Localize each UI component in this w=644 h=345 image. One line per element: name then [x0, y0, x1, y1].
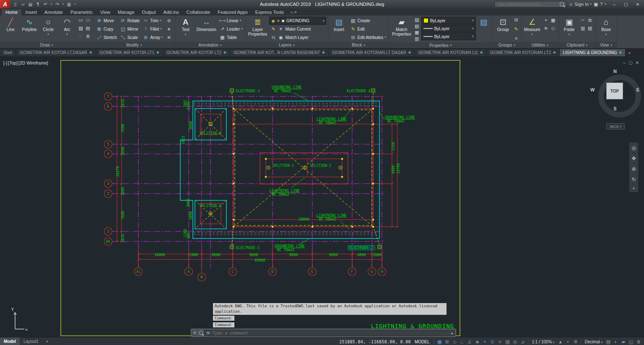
help-caret-icon[interactable]: ▾: [605, 3, 606, 6]
qat-menu-caret-icon[interactable]: ▾: [73, 0, 77, 8]
command-input[interactable]: [212, 331, 449, 335]
file-tab[interactable]: ISOMETRIK AIR KOTOR LT.DASAR✱: [16, 49, 96, 56]
drawing-entity[interactable]: [373, 227, 379, 244]
annotation-scale-control[interactable]: 1:1 / 100% ▾: [530, 340, 556, 344]
rotate-button[interactable]: ⟳ Rotate: [119, 16, 140, 25]
viewcube[interactable]: N W E S TOP: [592, 69, 638, 123]
redo-icon[interactable]: ↷: [54, 0, 61, 8]
annotation-label[interactable]: 8000: [249, 253, 258, 257]
ungroup-icon[interactable]: ⊟: [513, 17, 519, 23]
text-button[interactable]: A Text ▾: [177, 16, 195, 42]
annotation-label[interactable]: ELECTRODE-2: [349, 246, 373, 250]
infer-constraints-icon[interactable]: ◇: [451, 338, 458, 345]
drawing-entity[interactable]: [233, 108, 234, 109]
insert-button[interactable]: ▤ Insert: [330, 16, 348, 42]
annotation-label[interactable]: BC 70mm2: [387, 119, 405, 123]
annotation-label[interactable]: 8000: [212, 253, 220, 257]
panel-title-properties[interactable]: Properties▾: [389, 42, 492, 48]
viewcube-east[interactable]: E: [636, 87, 639, 92]
annotation-label[interactable]: 1100: [187, 101, 191, 110]
layer-on-icon[interactable]: ◉: [271, 19, 275, 23]
drawing-entity[interactable]: [272, 108, 273, 109]
panel-title-block[interactable]: Block▾: [328, 42, 388, 48]
autoscale-icon[interactable]: +: [564, 338, 572, 345]
command-expand-icon[interactable]: ▴: [451, 331, 453, 335]
annotation-label[interactable]: BC 70mm2: [274, 89, 291, 93]
point-style-icon[interactable]: ◇: [550, 25, 556, 31]
drawing-entity[interactable]: [233, 153, 234, 155]
maximize-button[interactable]: ▢: [620, 0, 632, 8]
command-close-icon[interactable]: ✕: [192, 331, 197, 335]
model-tab[interactable]: Model: [0, 337, 20, 345]
drawing-canvas[interactable]: 76543210AA1ABCDEFGHGROUNDING LINEBC 70mm…: [0, 56, 644, 337]
match-properties-button[interactable]: ▰ Match Properties: [391, 16, 413, 42]
drawing-entity[interactable]: [372, 219, 374, 220]
table-button[interactable]: ▦ Table: [218, 33, 244, 42]
annotation-label[interactable]: 49000: [254, 258, 265, 262]
circle-button[interactable]: ○ Circle ▾: [39, 16, 57, 42]
ribbon-tab-view[interactable]: View: [96, 9, 114, 16]
open-icon[interactable]: ▱: [19, 0, 26, 8]
copy-button[interactable]: ⧉ Copy: [95, 25, 118, 33]
annotation-label[interactable]: 2500: [186, 199, 190, 207]
annotation-label[interactable]: SPLITZEN-1: [273, 163, 294, 168]
grid-bubble-label[interactable]: A: [187, 270, 190, 274]
selection-cycling-icon[interactable]: ◎: [511, 338, 519, 345]
color-dropdown[interactable]: ByLayer ▾: [421, 17, 476, 24]
grid-bubble-label[interactable]: C: [231, 270, 234, 274]
drawing-entity[interactable]: [372, 123, 374, 125]
file-tab[interactable]: ISOMETRIK AIR KOTORAN LT DASAR✱: [329, 49, 415, 56]
copy-clip-icon[interactable]: ⧉: [587, 17, 593, 23]
drawing-entity[interactable]: [351, 226, 353, 228]
annotation-label[interactable]: 2000: [121, 147, 125, 155]
explode-button[interactable]: ∗: [165, 25, 173, 33]
plot-icon[interactable]: ▥: [65, 0, 73, 8]
undo-caret-icon[interactable]: ▾: [49, 0, 53, 8]
app-store-icon[interactable]: ▣: [594, 2, 598, 7]
annotation-label[interactable]: 8000: [289, 253, 298, 257]
print-icon[interactable]: ¶: [34, 0, 42, 8]
ribbon-tab-insert[interactable]: Insert: [21, 9, 41, 16]
new-icon[interactable]: ▯: [12, 0, 19, 8]
annotation-label[interactable]: 10000: [154, 253, 165, 257]
gradient-tool-icon[interactable]: ▤: [85, 25, 91, 31]
annotation-label[interactable]: 8000: [329, 253, 338, 257]
undo-icon[interactable]: ↶: [42, 0, 49, 8]
wcs-dropdown[interactable]: WCS▾: [606, 123, 625, 130]
mirror-button[interactable]: ◫ Mirror: [119, 25, 140, 33]
stretch-button[interactable]: ⤢ Stretch: [95, 33, 118, 42]
object-snap-tracking-icon[interactable]: ⌖: [481, 338, 488, 345]
command-search-icon[interactable]: [199, 331, 203, 335]
layer-freeze-icon[interactable]: ☀: [278, 26, 284, 32]
grid-bubble-label[interactable]: A1: [136, 270, 140, 274]
group-button[interactable]: ⊡ Group: [494, 16, 512, 42]
annotation-label[interactable]: SPLITZEN-4: [200, 131, 221, 135]
panel-title-layers[interactable]: Layers▾: [245, 42, 328, 48]
id-point-icon[interactable]: ⌖: [543, 17, 549, 23]
snap-mode-icon[interactable]: ⊞: [443, 338, 451, 345]
annotation-label[interactable]: 5000: [189, 211, 193, 220]
annotation-label[interactable]: BC 70mm2: [277, 248, 294, 252]
panel-title-modify[interactable]: Modify▾: [93, 42, 175, 48]
grid-bubble-label[interactable]: 0A: [106, 240, 110, 244]
viewport-view-control[interactable]: [Top]: [8, 60, 18, 65]
create-block-button[interactable]: ▧ Create: [349, 16, 387, 25]
grid-bubble-label[interactable]: 4: [107, 152, 109, 156]
annotation-label[interactable]: 2035: [121, 99, 125, 107]
ribbon-tab-featured-apps[interactable]: Featured Apps: [214, 9, 252, 16]
layer-thaw-icon[interactable]: ☀: [276, 19, 280, 23]
file-tab[interactable]: ISOMETRIK AIR KOTOR LT2✱: [163, 49, 230, 56]
drawing-close-button[interactable]: ✕: [636, 60, 639, 65]
zoom-icon[interactable]: ⊕: [630, 164, 637, 174]
boundary-tool-icon[interactable]: ◌: [78, 33, 84, 39]
file-tab[interactable]: ISOMETRIK AIR KOTOR LT1✱: [96, 49, 163, 56]
model-space-indicator[interactable]: MODEL: [415, 340, 430, 344]
drawing-entity[interactable]: [268, 167, 269, 168]
edit-block-button[interactable]: ✎ Edit: [349, 25, 387, 33]
ribbon-tab-addins[interactable]: Add-ins: [160, 9, 183, 16]
ribbon-tab-home[interactable]: Home: [2, 9, 21, 16]
leader-button[interactable]: ↗ Leader ▾: [218, 25, 244, 33]
drawing-entity[interactable]: [210, 124, 211, 125]
ribbon-tab-collaborate[interactable]: Collaborate: [183, 9, 214, 16]
ucs-y-label[interactable]: Y: [11, 307, 14, 312]
